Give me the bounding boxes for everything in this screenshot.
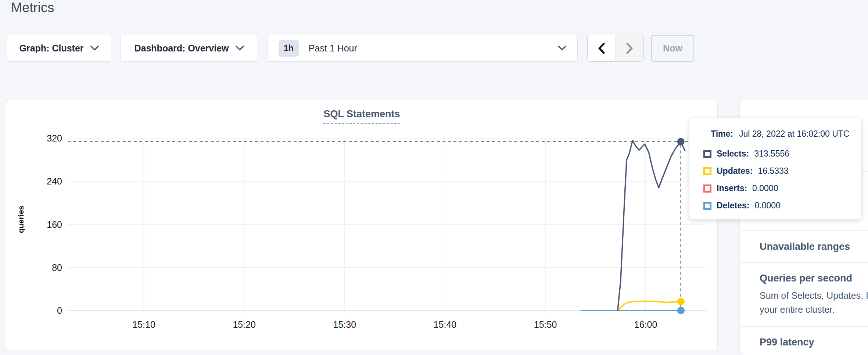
tooltip-row-deletes: Deletes: 0.0000 [703, 197, 789, 214]
chevron-down-icon [558, 46, 566, 51]
y-axis-label: queries [17, 194, 25, 245]
next-timerange-button[interactable] [616, 35, 644, 61]
svg-text:15:40: 15:40 [434, 319, 457, 330]
sql-statements-chart[interactable]: 15:1015:2015:3015:4015:5016:000801602403… [6, 121, 718, 348]
sidebar-item-heading: Unavailable ranges [760, 241, 868, 252]
now-button[interactable]: Now [651, 35, 694, 62]
graph-dropdown[interactable]: Graph: Cluster [7, 35, 111, 62]
updates-series-swatch [703, 167, 711, 175]
time-range-dropdown[interactable]: 1h Past 1 Hour [267, 35, 578, 62]
chevron-left-icon [598, 43, 605, 54]
sidebar-item-p99-latency: P99 latency [740, 327, 868, 355]
svg-text:0: 0 [57, 305, 62, 316]
chart-tooltip: Time:Jul 28, 2022 at 16:02:00 UTC Select… [689, 118, 862, 219]
time-nav-group [587, 35, 644, 62]
tooltip-time-value: Jul 28, 2022 at 16:02:00 UTC [739, 129, 849, 139]
deletes-series-swatch [703, 202, 711, 210]
svg-text:320: 320 [47, 133, 62, 143]
tooltip-row-inserts: Inserts: 0.0000 [703, 180, 789, 197]
dashboard-dropdown[interactable]: Dashboard: Overview [120, 35, 258, 62]
inserts-series-swatch [703, 184, 711, 193]
svg-text:15:30: 15:30 [333, 319, 356, 330]
tooltip-time-row: Time:Jul 28, 2022 at 16:02:00 UTC [711, 129, 849, 139]
chevron-right-icon [626, 43, 633, 54]
chevron-down-icon [90, 46, 99, 51]
svg-text:240: 240 [47, 176, 62, 186]
prev-timerange-button[interactable] [588, 35, 616, 61]
svg-text:15:20: 15:20 [233, 319, 256, 330]
tooltip-row-updates: Updates: 16.5333 [703, 162, 789, 180]
sidebar-item-heading: P99 latency [760, 336, 868, 348]
svg-text:15:50: 15:50 [534, 319, 557, 330]
graph-dropdown-label: Graph: Cluster [19, 43, 83, 54]
time-range-label: Past 1 Hour [309, 43, 357, 54]
time-range-badge: 1h [279, 40, 299, 57]
svg-text:80: 80 [52, 262, 62, 273]
page-title: Metrics [11, 0, 54, 15]
sql-statements-chart-card: SQL Statements 15:1015:2015:3015:4015:50… [6, 100, 718, 350]
dashboard-dropdown-label: Dashboard: Overview [134, 43, 229, 54]
svg-text:16:00: 16:00 [634, 319, 657, 330]
tooltip-row-selects: Selects: 313.5556 [703, 145, 789, 162]
svg-text:15:10: 15:10 [132, 319, 155, 330]
sidebar-item-description: Sum of Selects, Updates, Inser your enti… [760, 288, 868, 316]
sidebar-item-unavailable-ranges: Unavailable ranges [740, 231, 868, 262]
sidebar-item-heading: Queries per second [760, 272, 868, 284]
svg-text:160: 160 [47, 219, 62, 230]
sidebar-item-queries-per-second: Queries per second Sum of Selects, Updat… [740, 263, 868, 326]
chevron-down-icon [236, 46, 244, 51]
selects-series-swatch [703, 150, 711, 158]
tooltip-time-label: Time: [711, 129, 733, 139]
